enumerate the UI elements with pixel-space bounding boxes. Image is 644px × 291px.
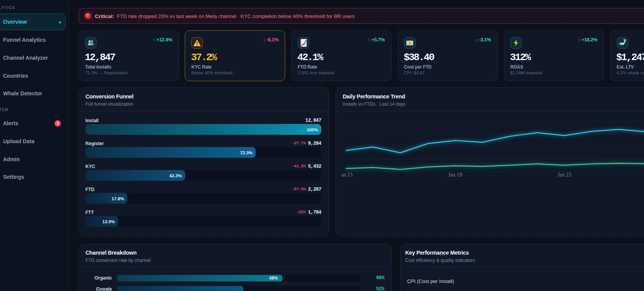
svg-text:$: $: [409, 41, 411, 45]
svg-text:Jan 23: Jan 23: [557, 172, 571, 178]
svg-text:Jan 19: Jan 19: [448, 172, 462, 178]
svg-text:Jan 15: Jan 15: [342, 172, 353, 178]
